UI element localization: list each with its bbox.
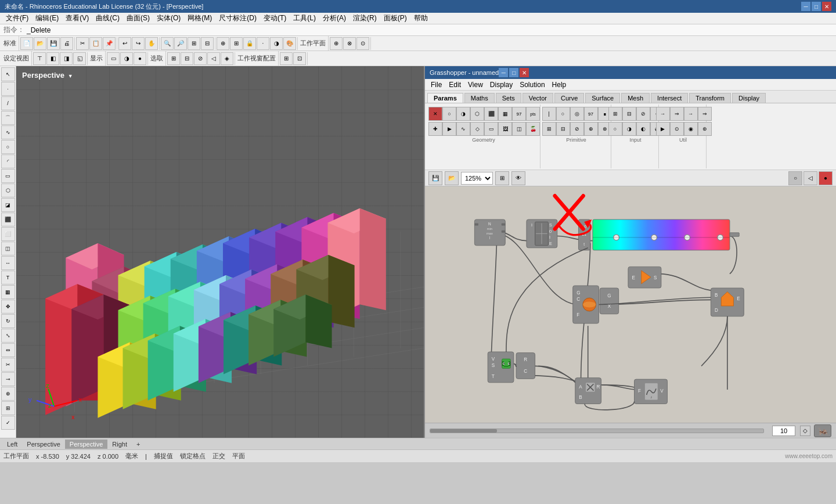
gh-icon-cross[interactable]: ✚: [428, 122, 442, 136]
gh-tab-transform[interactable]: Transform: [689, 93, 731, 103]
tb-wp1[interactable]: ⊕: [330, 37, 343, 50]
gh-tab-maths[interactable]: Maths: [464, 93, 495, 103]
gh-icon-arrow[interactable]: ▶: [442, 122, 456, 136]
rhino-minimize-btn[interactable]: ─: [801, 2, 810, 11]
gh-prim-3[interactable]: ◎: [570, 107, 584, 121]
status-ortho[interactable]: 正交: [212, 452, 225, 460]
gh-util-4[interactable]: ⇒: [698, 107, 712, 121]
ltb-mirror[interactable]: ⇔: [1, 343, 15, 357]
menu-curve[interactable]: 曲线(C): [92, 13, 123, 23]
menu-dim[interactable]: 尺寸标注(D): [215, 13, 260, 23]
gh-icon-curve[interactable]: ∿: [456, 122, 470, 136]
gh-node-remap[interactable]: I S 0 I E: [527, 219, 557, 248]
menu-file[interactable]: 文件(F): [2, 13, 32, 23]
gh-bottom-icon[interactable]: 🦗: [814, 424, 831, 437]
menu-edit[interactable]: 编辑(E): [32, 13, 62, 23]
tb-paste[interactable]: 📌: [103, 37, 116, 50]
tb-view-persp[interactable]: ◱: [73, 52, 86, 65]
gh-canvas-eye[interactable]: 👁: [511, 171, 525, 185]
tb-sel-filter[interactable]: ◈: [221, 52, 233, 65]
gh-util-2[interactable]: ⇒: [670, 107, 684, 121]
tb-view-right[interactable]: ◨: [60, 52, 73, 65]
ltb-polygon[interactable]: ⬡: [1, 183, 15, 197]
gh-prim-4[interactable]: 97: [584, 107, 598, 121]
ltb-select[interactable]: ↖: [1, 67, 15, 81]
gh-input-7[interactable]: ◐: [636, 122, 650, 136]
gh-input-2[interactable]: ⊟: [622, 107, 636, 121]
tb-wp3[interactable]: ⊙: [356, 37, 369, 50]
gh-icon-rect[interactable]: ▭: [484, 122, 498, 136]
gh-menu-help[interactable]: Help: [549, 81, 570, 89]
gh-menu-file[interactable]: File: [427, 81, 445, 89]
ltb-group[interactable]: ⊞: [1, 401, 15, 415]
tb-open[interactable]: 📂: [34, 37, 46, 50]
gh-menu-edit[interactable]: Edit: [445, 81, 464, 89]
tb-vp-max[interactable]: ⊡: [293, 52, 306, 65]
gh-input-3[interactable]: ⊘: [636, 107, 650, 121]
gh-icon-x[interactable]: ✕: [428, 107, 442, 121]
ltb-rect[interactable]: ▭: [1, 169, 15, 183]
tb-lock[interactable]: 🔒: [243, 37, 256, 50]
ltb-point[interactable]: ·: [1, 82, 15, 96]
menu-help[interactable]: 帮助: [410, 13, 431, 23]
menu-solid[interactable]: 实体(O): [153, 13, 184, 23]
gh-tab-mesh[interactable]: Mesh: [621, 93, 650, 103]
status-lock-grid[interactable]: 锁定格点: [180, 452, 206, 460]
ltb-mesh[interactable]: ◫: [1, 242, 15, 255]
gh-menu-solution[interactable]: Solution: [516, 81, 548, 89]
gh-node-bde[interactable]: B E D: [711, 288, 744, 316]
gh-minimize-btn[interactable]: ─: [499, 68, 508, 77]
vp-tab-add[interactable]: +: [132, 440, 145, 449]
ltb-check[interactable]: ✓: [1, 416, 15, 430]
gh-util-7[interactable]: ◉: [684, 122, 698, 136]
gh-canvas-btn-r1[interactable]: ○: [788, 171, 802, 185]
ltb-trim[interactable]: ✂: [1, 358, 15, 372]
gh-canvas-open[interactable]: 📂: [445, 171, 459, 185]
gh-diamond-btn[interactable]: ◇: [800, 426, 810, 436]
gh-input-1[interactable]: ⊞: [608, 107, 622, 121]
vp-tab-perspective1[interactable]: Perspective: [22, 440, 64, 449]
gh-util-3[interactable]: →: [684, 107, 698, 121]
gh-node-gcf[interactable]: G C F: [573, 286, 599, 323]
gh-util-6[interactable]: ⊙: [670, 122, 684, 136]
ltb-curve[interactable]: ∿: [1, 125, 15, 139]
status-plane[interactable]: 平面: [232, 452, 245, 460]
tb-view-top[interactable]: ⊤: [33, 52, 46, 65]
gh-zoom-fit[interactable]: ⊞: [495, 171, 509, 185]
gh-input-6[interactable]: ◑: [622, 122, 636, 136]
tb-wp2[interactable]: ⊗: [343, 37, 356, 50]
gh-icon-cherry[interactable]: 🍒: [526, 122, 540, 136]
gh-icon-pts[interactable]: pts: [526, 107, 540, 121]
tb-zoom-in[interactable]: 🔍: [161, 37, 174, 50]
gh-node-rc[interactable]: R C: [516, 353, 535, 379]
gh-util-8[interactable]: ⊛: [698, 122, 712, 136]
gh-tab-sets[interactable]: Sets: [496, 93, 521, 103]
gh-prim-6[interactable]: ⊞: [542, 122, 556, 136]
gh-canvas-save[interactable]: 💾: [428, 171, 442, 185]
gh-node-ab[interactable]: A B R: [575, 378, 601, 404]
ltb-line[interactable]: /: [1, 96, 15, 110]
gh-icon-img[interactable]: 🖼: [498, 122, 512, 136]
gh-tab-params[interactable]: Params: [427, 93, 463, 103]
tb-sel-invert[interactable]: ⊘: [194, 52, 207, 65]
status-snap-label[interactable]: 捕捉值: [154, 452, 173, 460]
rhino-viewport[interactable]: Perspective ▼: [16, 66, 424, 438]
gh-prim-1[interactable]: |: [542, 107, 556, 121]
tb-sel-prev[interactable]: ◁: [207, 52, 220, 65]
gh-canvas-btn-r2[interactable]: ◁: [803, 171, 817, 185]
gh-prim-9[interactable]: ⊕: [584, 122, 598, 136]
vp-tab-left[interactable]: Left: [2, 440, 22, 449]
ltb-dim[interactable]: ↔: [1, 256, 15, 270]
tb-new[interactable]: 📄: [20, 37, 33, 50]
tb-sel-all[interactable]: ⊞: [167, 52, 180, 65]
gh-prim-7[interactable]: ⊟: [556, 122, 570, 136]
menu-view[interactable]: 查看(V): [62, 13, 92, 23]
gh-input-5[interactable]: ○: [608, 122, 622, 136]
gh-tab-vector[interactable]: Vector: [522, 93, 553, 103]
tb-zoom-extent[interactable]: ⊟: [201, 37, 214, 50]
gh-util-1[interactable]: →: [656, 107, 670, 121]
menu-surface[interactable]: 曲面(S): [123, 13, 153, 23]
gh-icon-circle2[interactable]: ◑: [456, 107, 470, 121]
gh-node-gradient[interactable]: L0 L1 t: [578, 219, 739, 250]
ltb-hatch[interactable]: ▦: [1, 285, 15, 299]
